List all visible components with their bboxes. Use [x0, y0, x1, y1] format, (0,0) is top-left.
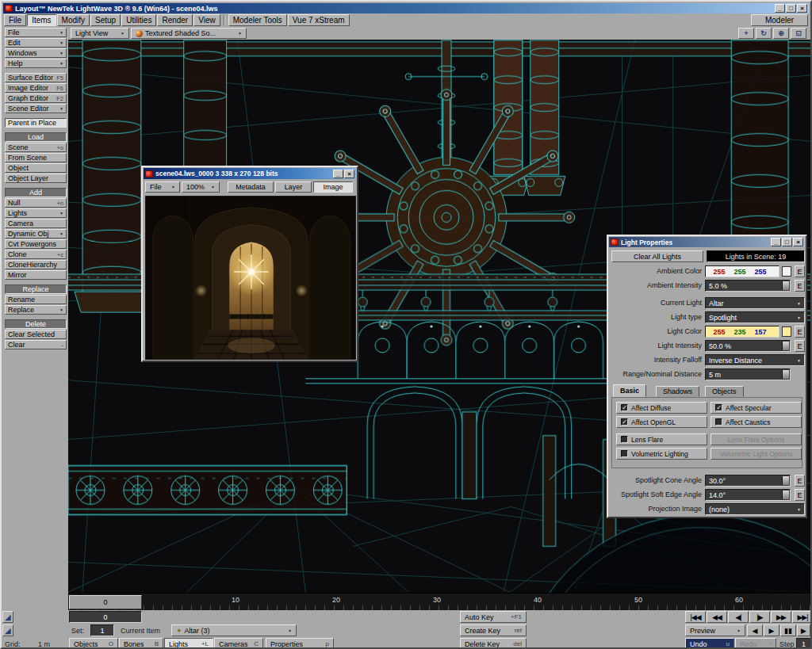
tab-basic[interactable]: Basic [613, 384, 646, 397]
close-button[interactable]: × [797, 4, 807, 13]
shading-mode-dropdown[interactable]: Textured Shaded So... [131, 28, 247, 39]
cone-angle-field[interactable]: 30.0° [705, 475, 791, 487]
pan-icon[interactable]: + [738, 28, 754, 39]
sidebar-surface-editor[interactable]: Surface EditorF5 [5, 73, 67, 82]
intensity-falloff-dropdown[interactable]: Inverse Distance [705, 354, 805, 366]
sidebar-graph-editor[interactable]: Graph EditorF2 [5, 94, 67, 103]
sidebar-cvt-powergons[interactable]: Cvt Powergons [5, 239, 67, 249]
light-properties-panel[interactable]: Light Properties _ □ × Clear All Lights … [607, 235, 807, 518]
light-color-swatch[interactable] [782, 326, 791, 337]
light-properties-titlebar[interactable]: Light Properties _ □ × [609, 237, 805, 247]
auto-key-button[interactable]: Auto Key+F1 [460, 611, 527, 623]
sidebar-scene-editor[interactable]: Scene Editor [5, 104, 67, 113]
affect-caustics-toggle[interactable]: Affect Caustics [710, 416, 802, 428]
sidebar-rename[interactable]: Rename [5, 295, 67, 304]
ambient-intensity-field[interactable]: 5.0 % [705, 280, 791, 292]
sidebar-add-camera[interactable]: Camera [5, 219, 67, 228]
sidebar-add-null[interactable]: Null+n [5, 198, 67, 208]
sidebar-load-object-layer[interactable]: Object Layer [5, 174, 67, 183]
menu-modify[interactable]: Modify [57, 14, 90, 26]
sidebar-load-from-scene[interactable]: From Scene [5, 153, 67, 162]
sidebar-clear-selected[interactable]: Clear Selected [5, 330, 67, 339]
frame-slider-handle[interactable]: 0 [69, 595, 142, 609]
undo-button[interactable]: Undou [685, 638, 734, 649]
cameras-mode-button[interactable]: CamerasC [214, 638, 263, 649]
sidebar-edit-menu[interactable]: Edit [5, 38, 67, 48]
sidebar-mirror[interactable]: Mirror [5, 270, 67, 280]
expand-bottom-icon[interactable]: ◢ [2, 624, 13, 636]
menu-items[interactable]: Items [27, 14, 56, 26]
sidebar-add-lights[interactable]: Lights [5, 208, 67, 218]
volumetric-lighting-toggle[interactable]: Volumetric Lighting [616, 448, 707, 460]
affect-opengl-toggle[interactable]: ✓ Affect OpenGL [616, 416, 707, 428]
next-frame-button[interactable]: |▶ [749, 611, 770, 623]
create-key-button[interactable]: Create Keyret [460, 624, 527, 636]
cone-angle-envelope-button[interactable]: E [795, 475, 805, 487]
preview-dropdown[interactable]: Preview [685, 624, 745, 636]
go-last-frame-button[interactable]: ▶▶| [792, 611, 812, 623]
zoom-icon[interactable]: ⊕ [773, 28, 789, 39]
tab-objects[interactable]: Objects [705, 386, 744, 397]
preview-play-button[interactable]: ▶ [797, 624, 810, 636]
preview-play-reverse-button[interactable]: ▶ [764, 624, 779, 636]
properties-button[interactable]: Propertiesp [266, 638, 334, 649]
viewer-tab-layer[interactable]: Layer [275, 181, 312, 193]
step-field[interactable]: 1 [796, 638, 811, 649]
fit-icon[interactable]: ⊡ [791, 28, 806, 39]
sidebar-parent-in-place[interactable]: Parent in Place [5, 118, 67, 128]
sidebar-add-dynamic-obj[interactable]: Dynamic Obj [5, 229, 67, 239]
prev-frame-button[interactable]: ◀| [728, 611, 749, 623]
minimize-button[interactable]: _ [775, 4, 785, 13]
light-intensity-envelope-button[interactable]: E [795, 340, 805, 352]
menu-setup[interactable]: Setup [90, 14, 121, 26]
menu-vue-xstream[interactable]: Vue 7 xStream [288, 14, 350, 26]
light-intensity-field[interactable]: 50.0 % [705, 340, 791, 352]
sidebar-file-menu[interactable]: File [5, 28, 67, 37]
sidebar-image-editor[interactable]: Image EditorF6 [5, 83, 67, 93]
viewer-close-button[interactable]: × [344, 170, 354, 178]
maximize-button[interactable]: □ [786, 4, 796, 13]
go-first-frame-button[interactable]: |◀◀ [685, 611, 706, 623]
viewer-minimize-button[interactable]: _ [333, 170, 343, 178]
orbit-icon[interactable]: ↻ [756, 28, 772, 39]
ambient-intensity-envelope-button[interactable]: E [795, 280, 805, 292]
timeline-ruler[interactable]: 10 20 30 40 50 60 0 [68, 593, 812, 610]
window-titlebar[interactable]: Layout™ NewTek LightWave 3D ® 9.6 (Win64… [3, 3, 809, 13]
props-close-button[interactable]: × [793, 238, 803, 246]
set-field[interactable]: 1 [90, 624, 114, 636]
props-maximize-button[interactable]: □ [782, 238, 792, 246]
menu-file[interactable]: File [4, 14, 26, 26]
menu-utilities[interactable]: Utilities [121, 14, 156, 26]
current-frame-field[interactable]: 0 [69, 611, 142, 623]
delete-key-button[interactable]: Delete Keydel [460, 638, 527, 649]
sidebar-clone-hierarchy[interactable]: CloneHierarchy [5, 260, 67, 269]
light-color-envelope-button[interactable]: E [795, 326, 805, 338]
image-viewer-window[interactable]: scene04.lws_0000 3 338 x 270 128 bits _ … [141, 166, 358, 362]
preview-step-back-button[interactable]: ◀ [747, 624, 763, 636]
ambient-color-envelope-button[interactable]: E [795, 265, 805, 277]
prev-key-button[interactable]: ◀◀ [707, 611, 727, 623]
view-mode-dropdown[interactable]: Light View [71, 28, 129, 39]
sidebar-load-scene[interactable]: Scene+o [5, 143, 67, 152]
menu-modeler-tools[interactable]: Modeler Tools [228, 14, 287, 26]
current-light-dropdown[interactable]: Altar [705, 297, 805, 309]
bones-mode-button[interactable]: BonesB [119, 638, 163, 649]
image-viewer-titlebar[interactable]: scene04.lws_0000 3 338 x 270 128 bits _ … [144, 168, 356, 179]
viewer-file-dropdown[interactable]: File [145, 181, 180, 193]
current-item-dropdown[interactable]: ✦ Altar (3) [171, 624, 297, 636]
light-type-dropdown[interactable]: Spotlight [705, 311, 805, 323]
expand-top-icon[interactable]: ◢ [2, 611, 13, 623]
lights-mode-button[interactable]: Lights+L [164, 638, 213, 649]
sidebar-load-object[interactable]: Object [5, 163, 67, 173]
affect-diffuse-toggle[interactable]: ✓ Affect Diffuse [616, 402, 707, 414]
viewer-tab-image[interactable]: Image [313, 181, 353, 193]
objects-mode-button[interactable]: ObjectsO [69, 638, 118, 649]
menu-render[interactable]: Render [157, 14, 193, 26]
props-minimize-button[interactable]: _ [771, 238, 781, 246]
range-field[interactable]: 5 m [705, 368, 791, 380]
next-key-button[interactable]: ▶▶ [771, 611, 791, 623]
sidebar-clear[interactable]: Clear- [5, 340, 67, 349]
sidebar-help-menu[interactable]: Help [5, 59, 67, 68]
viewer-zoom-dropdown[interactable]: 100% [182, 181, 220, 193]
ambient-color-swatch[interactable] [782, 266, 791, 277]
